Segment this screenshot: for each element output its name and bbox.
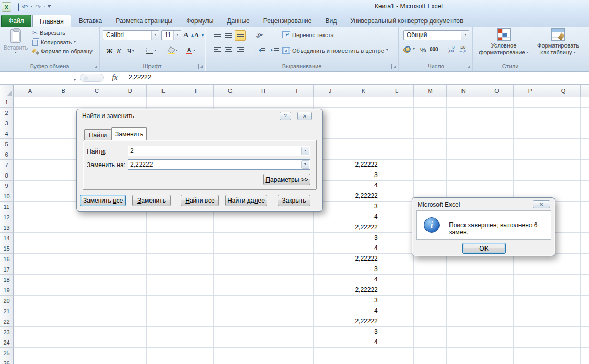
cell-E12[interactable] — [147, 212, 180, 222]
cell-Q9[interactable] — [547, 181, 581, 191]
cell-Q18[interactable] — [547, 275, 581, 285]
cell-E25[interactable] — [147, 348, 180, 358]
cell-A26[interactable] — [14, 358, 47, 364]
column-header-H[interactable]: H — [247, 85, 281, 97]
cell-M3[interactable] — [414, 118, 447, 128]
format-table-dropdown-icon[interactable] — [574, 52, 576, 54]
align-middle-button[interactable] — [223, 30, 234, 41]
cell-K23[interactable]: 3 — [347, 327, 380, 337]
cell-R23[interactable] — [581, 327, 589, 337]
cell-H23[interactable] — [247, 327, 281, 337]
replace-all-button[interactable]: Заменить все — [80, 195, 126, 206]
cell-L20[interactable] — [380, 296, 414, 306]
cell-B5[interactable] — [47, 139, 80, 149]
cut-button[interactable]: ✂ Вырезать — [32, 29, 65, 37]
name-box-dropdown-icon[interactable] — [74, 76, 76, 84]
tab-file[interactable]: Файл — [1, 15, 31, 27]
font-dialog-launcher[interactable] — [198, 64, 203, 69]
cell-Q3[interactable] — [547, 118, 581, 128]
redo-button[interactable]: ↷ — [34, 3, 41, 11]
tab-find[interactable]: Найти — [84, 129, 111, 140]
cell-K24[interactable]: 4 — [347, 337, 380, 348]
cell-C22[interactable] — [80, 316, 114, 327]
cell-L6[interactable] — [380, 149, 414, 160]
cell-B19[interactable] — [47, 285, 80, 296]
cell-R12[interactable] — [581, 212, 589, 222]
cell-P6[interactable] — [514, 149, 547, 160]
cell-I26[interactable] — [280, 358, 314, 364]
cell-B17[interactable] — [47, 264, 80, 275]
cell-D1[interactable] — [113, 97, 147, 108]
cell-I25[interactable] — [280, 348, 314, 358]
cell-M25[interactable] — [414, 348, 447, 358]
cell-B4[interactable] — [47, 128, 80, 139]
cell-N4[interactable] — [447, 128, 480, 139]
paste-dropdown-icon[interactable] — [15, 52, 17, 54]
tab-converter-addin[interactable]: Универсальный конвертер документов — [343, 15, 470, 27]
formula-bar-handle[interactable] — [80, 74, 104, 82]
row-header-1[interactable]: 1 — [0, 97, 14, 108]
percent-style-button[interactable]: % — [420, 46, 426, 54]
cell-E19[interactable] — [147, 285, 180, 296]
fill-color-button[interactable] — [166, 46, 180, 55]
cell-M21[interactable] — [414, 306, 447, 316]
cell-M23[interactable] — [414, 327, 447, 337]
borders-button[interactable] — [144, 46, 158, 55]
cell-L10[interactable] — [380, 191, 414, 202]
cell-G19[interactable] — [214, 285, 247, 296]
dialog-help-button[interactable]: ? — [280, 112, 291, 120]
cell-B10[interactable] — [47, 191, 80, 202]
find-all-button[interactable]: Найти все — [181, 195, 219, 206]
cell-Q5[interactable] — [547, 139, 581, 149]
cell-L11[interactable] — [380, 202, 414, 212]
cell-M4[interactable] — [414, 128, 447, 139]
conditional-formatting-button[interactable]: Условное форматирование — [477, 28, 531, 56]
cell-R16[interactable] — [581, 254, 589, 264]
cell-P2[interactable] — [514, 108, 547, 118]
cell-P4[interactable] — [514, 128, 547, 139]
column-header-L[interactable]: L — [380, 85, 414, 97]
cell-R3[interactable] — [581, 118, 589, 128]
cell-L3[interactable] — [380, 118, 414, 128]
cell-B9[interactable] — [47, 181, 80, 191]
cell-A16[interactable] — [14, 254, 47, 264]
row-header-25[interactable]: 25 — [0, 348, 14, 358]
cell-M26[interactable] — [414, 358, 447, 364]
row-header-20[interactable]: 20 — [0, 296, 14, 306]
cell-L21[interactable] — [380, 306, 414, 316]
cell-R13[interactable] — [581, 222, 589, 233]
cell-H24[interactable] — [247, 337, 281, 348]
cell-C18[interactable] — [80, 275, 114, 285]
cell-E14[interactable] — [147, 233, 180, 243]
cell-K15[interactable]: 4 — [347, 243, 380, 254]
font-family-dropdown-icon[interactable] — [151, 31, 159, 40]
cell-L4[interactable] — [380, 128, 414, 139]
cell-O21[interactable] — [480, 306, 514, 316]
cell-B22[interactable] — [47, 316, 80, 327]
excel-app-icon[interactable]: X — [2, 2, 11, 12]
cell-J1[interactable] — [314, 97, 347, 108]
cell-M24[interactable] — [414, 337, 447, 348]
cell-J18[interactable] — [314, 275, 347, 285]
column-header-A[interactable]: A — [14, 85, 47, 97]
cell-K12[interactable]: 4 — [347, 212, 380, 222]
column-header-B[interactable]: B — [47, 85, 80, 97]
accounting-dropdown-icon[interactable] — [413, 48, 415, 51]
cell-Q7[interactable] — [547, 160, 581, 170]
cell-D23[interactable] — [113, 327, 147, 337]
cell-R20[interactable] — [581, 296, 589, 306]
cell-C17[interactable] — [80, 264, 114, 275]
cell-F13[interactable] — [180, 222, 214, 233]
cell-E1[interactable] — [147, 97, 180, 108]
cell-B14[interactable] — [47, 233, 80, 243]
cell-J21[interactable] — [314, 306, 347, 316]
cell-I15[interactable] — [280, 243, 314, 254]
cell-G22[interactable] — [214, 316, 247, 327]
cell-O17[interactable] — [480, 264, 514, 275]
cell-P25[interactable] — [514, 348, 547, 358]
cell-A8[interactable] — [14, 170, 47, 181]
clipboard-dialog-launcher[interactable] — [93, 64, 98, 69]
cell-B8[interactable] — [47, 170, 80, 181]
cell-Q23[interactable] — [547, 327, 581, 337]
cell-N25[interactable] — [447, 348, 480, 358]
